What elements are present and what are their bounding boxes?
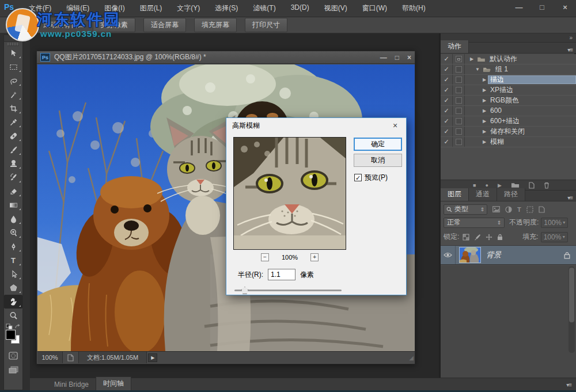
status-zoom-level[interactable]: 100%: [37, 352, 63, 363]
menu-file[interactable]: 文件(F): [29, 3, 51, 13]
slider-thumb[interactable]: [241, 287, 248, 294]
filter-type-dropdown[interactable]: 类型 ⇕: [444, 204, 487, 215]
layers-scrollbar[interactable]: [569, 267, 575, 353]
actual-pixels-button[interactable]: 实际像素: [93, 18, 135, 32]
action-modal-toggle[interactable]: [453, 64, 465, 74]
tab-channels[interactable]: 通道: [469, 188, 497, 201]
fit-screen-button[interactable]: 适合屏幕: [143, 18, 186, 32]
opacity-value-box[interactable]: 100% ▾: [541, 218, 568, 228]
action-modal-toggle[interactable]: [453, 85, 465, 95]
expand-arrow-icon[interactable]: ▶: [481, 87, 488, 93]
action-label[interactable]: 默认动作: [487, 55, 576, 63]
shape-tool[interactable]: [4, 281, 22, 295]
path-selection-tool[interactable]: [4, 267, 22, 281]
tab-mini-bridge[interactable]: Mini Bridge: [47, 379, 96, 390]
doc-minimize-icon[interactable]: —: [380, 54, 387, 62]
new-action-icon[interactable]: [529, 182, 535, 189]
eraser-tool[interactable]: [4, 184, 22, 198]
action-row-xp-stroke[interactable]: ✓ ▶ XP描边: [441, 85, 576, 96]
lock-pixels-icon[interactable]: [474, 234, 481, 241]
action-label-selected[interactable]: 描边: [488, 75, 576, 84]
foreground-color-swatch[interactable]: [6, 330, 16, 340]
filter-adjustment-icon[interactable]: [505, 206, 512, 213]
tab-layers[interactable]: 图层: [441, 188, 469, 201]
action-row-600-stroke[interactable]: ✓ ▶ 600+描边: [441, 116, 576, 127]
filter-smart-object-icon[interactable]: [539, 206, 545, 213]
action-check-icon[interactable]: ✓: [441, 106, 453, 116]
menu-image[interactable]: 图像(I): [104, 3, 124, 13]
action-check-icon[interactable]: ✓: [441, 96, 453, 105]
action-label[interactable]: 组 1: [493, 65, 576, 74]
blur-tool[interactable]: [4, 212, 22, 226]
action-label[interactable]: XP描边: [488, 86, 576, 94]
doc-close-icon[interactable]: ×: [407, 54, 411, 62]
menu-layer[interactable]: 图层(L): [140, 3, 162, 13]
expand-arrow-icon[interactable]: ▶: [481, 98, 488, 103]
action-label[interactable]: 储存和关闭: [488, 127, 576, 136]
lasso-tool[interactable]: [4, 74, 22, 87]
healing-brush-tool[interactable]: [4, 129, 22, 143]
action-modal-toggle[interactable]: [453, 75, 465, 85]
menu-view[interactable]: 视图(V): [324, 3, 347, 13]
actions-panel-menu-icon[interactable]: ▾≡: [567, 47, 573, 53]
menu-filter[interactable]: 滤镜(T): [253, 3, 275, 13]
expand-arrow-icon[interactable]: ▶: [481, 139, 488, 144]
brush-tool[interactable]: [4, 143, 22, 157]
print-size-button[interactable]: 打印尺寸: [245, 18, 287, 32]
collapse-arrow-icon[interactable]: ▼: [474, 67, 481, 72]
expand-arrow-icon[interactable]: ▶: [468, 56, 475, 62]
eyedropper-tool[interactable]: [4, 115, 22, 129]
dialog-preview-image[interactable]: [233, 137, 346, 250]
filter-pixel-layer-icon[interactable]: [492, 206, 500, 212]
radius-slider[interactable]: [234, 287, 342, 294]
zoom-in-button[interactable]: +: [310, 253, 319, 261]
action-modal-toggle[interactable]: [453, 96, 465, 105]
action-row-rgb-color[interactable]: ✓ ▶ RGB颜色: [441, 96, 576, 106]
menu-help[interactable]: 帮助(H): [402, 3, 426, 13]
close-icon[interactable]: ×: [559, 3, 571, 12]
delete-trash-icon[interactable]: [544, 182, 550, 189]
slider-track[interactable]: [234, 290, 342, 291]
cancel-button[interactable]: 取消: [354, 154, 402, 167]
history-brush-tool[interactable]: [4, 170, 22, 184]
action-modal-toggle[interactable]: [453, 106, 465, 116]
zoom-out-button[interactable]: −: [261, 253, 269, 261]
action-check-icon[interactable]: ✓: [441, 116, 453, 126]
type-tool[interactable]: T: [4, 253, 22, 267]
scrollbar-thumb[interactable]: [569, 268, 574, 322]
expand-arrow-icon[interactable]: ▶: [481, 77, 488, 82]
new-set-folder-icon[interactable]: [511, 182, 520, 188]
layer-name[interactable]: 背景: [486, 250, 501, 260]
toolbox-collapse[interactable]: »: [4, 35, 22, 42]
action-check-icon[interactable]: ✓: [441, 54, 453, 64]
layer-thumbnail[interactable]: [459, 247, 481, 263]
action-modal-toggle[interactable]: [453, 127, 465, 136]
marquee-tool[interactable]: [4, 60, 22, 74]
layer-visibility-cell[interactable]: [441, 246, 456, 264]
lock-transparency-icon[interactable]: [463, 234, 469, 241]
stop-icon[interactable]: ■: [473, 182, 476, 188]
doc-maximize-icon[interactable]: □: [395, 54, 399, 62]
move-tool[interactable]: [4, 46, 22, 60]
action-row-group1[interactable]: ✓ ▼ 组 1: [441, 64, 576, 75]
expand-arrow-icon[interactable]: ▶: [481, 119, 488, 124]
action-check-icon[interactable]: ✓: [441, 85, 453, 95]
action-check-icon[interactable]: ✓: [441, 127, 453, 136]
fill-value-box[interactable]: 100% ▾: [541, 232, 568, 242]
menu-edit[interactable]: 编辑(E): [66, 3, 89, 13]
action-modal-toggle[interactable]: [453, 54, 465, 64]
preview-checkbox[interactable]: ✓: [354, 174, 362, 181]
dodge-tool[interactable]: [4, 226, 22, 239]
minimize-icon[interactable]: —: [513, 3, 525, 12]
lock-all-icon[interactable]: [497, 234, 503, 241]
filter-type-text-icon[interactable]: T: [517, 206, 521, 213]
pen-tool[interactable]: [4, 239, 22, 253]
tab-paths[interactable]: 路径: [497, 188, 525, 201]
action-row-default-actions[interactable]: ✓ ▶ 默认动作: [441, 54, 576, 64]
clone-stamp-tool[interactable]: [4, 157, 22, 170]
screen-mode-button[interactable]: [4, 363, 22, 376]
quick-mask-button[interactable]: [4, 349, 22, 363]
menu-3d[interactable]: 3D(D): [291, 3, 309, 13]
fill-screen-button[interactable]: 填充屏幕: [194, 18, 237, 32]
action-row-save-close[interactable]: ✓ ▶ 储存和关闭: [441, 127, 576, 137]
